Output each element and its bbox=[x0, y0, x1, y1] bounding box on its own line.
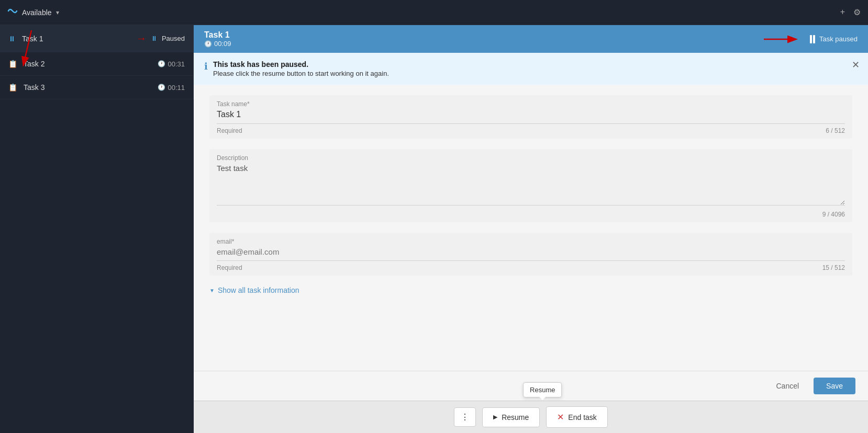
task-header-left: Task 1 🕐 00:09 bbox=[204, 30, 231, 48]
right-arrow-icon: → bbox=[136, 32, 147, 44]
alert-body: Please click the resume button to start … bbox=[213, 70, 858, 77]
alert-title: This task has been paused. bbox=[213, 60, 858, 69]
pause-bars bbox=[810, 35, 815, 43]
pause-bar-1 bbox=[810, 35, 812, 43]
pause-top-indicator bbox=[810, 35, 815, 43]
sidebar: ⏸ Task 1 → ⏸ Paused 📋 Task 2 🕐 00: bbox=[0, 25, 194, 99]
textarea-wrapper: Test task bbox=[217, 164, 845, 208]
task3-badge: 🕐 00:11 bbox=[158, 84, 185, 92]
email-input[interactable] bbox=[217, 247, 845, 261]
end-task-button[interactable]: ✕ End task bbox=[546, 406, 607, 428]
end-task-label: End task bbox=[568, 413, 596, 421]
content-area: Task 1 🕐 00:09 bbox=[194, 25, 868, 433]
app-logo bbox=[7, 6, 18, 19]
task1-status: Paused bbox=[162, 35, 185, 42]
task3-icon: 📋 bbox=[8, 83, 17, 92]
top-bar: Available ▾ + ⚙ bbox=[0, 0, 868, 25]
task3-time: 00:11 bbox=[168, 84, 185, 92]
alert-banner: ℹ This task has been paused. Please clic… bbox=[194, 53, 868, 85]
description-textarea[interactable]: Test task bbox=[217, 164, 845, 206]
task1-name: Task 1 bbox=[22, 35, 136, 43]
top-bar-actions: + ⚙ bbox=[840, 7, 861, 17]
email-count: 15 / 512 bbox=[822, 264, 845, 271]
sidebar-item-task2[interactable]: 📋 Task 2 🕐 00:31 bbox=[0, 52, 193, 76]
alert-close-button[interactable]: ✕ bbox=[852, 59, 860, 71]
task-name-required: Required bbox=[217, 127, 242, 134]
clock-icon-task3: 🕐 bbox=[158, 84, 165, 91]
description-field: Description Test task 9 / 4096 bbox=[209, 149, 852, 222]
pause-bars-icon: ⏸ bbox=[151, 35, 158, 42]
email-required: Required bbox=[217, 264, 242, 271]
pause-icon-task1: ⏸ bbox=[8, 35, 16, 43]
task-name-meta: Required 6 / 512 bbox=[217, 124, 845, 139]
task-name-field: Task name* Required 6 / 512 bbox=[209, 95, 852, 139]
task-name-input[interactable] bbox=[217, 110, 845, 124]
task2-name: Task 2 bbox=[24, 60, 158, 68]
task-name-count: 6 / 512 bbox=[826, 127, 845, 134]
email-meta: Required 15 / 512 bbox=[217, 261, 845, 276]
main-area: ⏸ Task 1 → ⏸ Paused 📋 Task 2 🕐 00: bbox=[0, 25, 868, 433]
task-name-label: Task name* bbox=[217, 100, 845, 108]
task2-badge: 🕐 00:31 bbox=[158, 60, 185, 68]
alert-text: This task has been paused. Please click … bbox=[213, 60, 858, 77]
form-area: Task name* Required 6 / 512 Description … bbox=[194, 85, 868, 371]
settings-icon[interactable]: ⚙ bbox=[853, 7, 861, 17]
alert-info-icon: ℹ bbox=[204, 61, 208, 72]
resume-tooltip: Resume bbox=[523, 382, 562, 397]
show-all-link[interactable]: ▼ Show all task information bbox=[209, 286, 852, 294]
task2-time: 00:31 bbox=[168, 60, 185, 68]
save-button[interactable]: Save bbox=[814, 378, 855, 394]
app-container: Available ▾ + ⚙ ⏸ Task 1 → ⏸ Paused bbox=[0, 0, 868, 433]
description-label: Description bbox=[217, 154, 845, 162]
task3-name: Task 3 bbox=[24, 83, 158, 92]
add-button[interactable]: + bbox=[840, 7, 845, 17]
show-all-label: Show all task information bbox=[218, 286, 299, 294]
task-bottom-bar: Resume ⋮ ▶ Resume ✕ End task bbox=[194, 401, 868, 433]
description-meta: 9 / 4096 bbox=[217, 208, 845, 222]
resume-button[interactable]: ▶ Resume bbox=[482, 407, 540, 427]
email-field: email* Required 15 / 512 bbox=[209, 233, 852, 276]
description-count: 9 / 4096 bbox=[822, 211, 845, 218]
task-header-right: Task paused bbox=[764, 33, 858, 45]
task2-icon: 📋 bbox=[8, 60, 17, 68]
resume-label: Resume bbox=[502, 413, 529, 421]
cancel-button[interactable]: Cancel bbox=[767, 378, 807, 394]
clock-icon-header: 🕐 bbox=[204, 40, 212, 48]
triangle-icon: ▼ bbox=[209, 288, 215, 293]
task-title: Task 1 bbox=[204, 30, 231, 40]
task-timer: 🕐 00:09 bbox=[204, 40, 231, 48]
sidebar-item-task3[interactable]: 📋 Task 3 🕐 00:11 bbox=[0, 76, 193, 99]
status-chevron[interactable]: ▾ bbox=[56, 9, 59, 16]
tooltip-text: Resume bbox=[530, 386, 555, 394]
more-options-button[interactable]: ⋮ bbox=[454, 407, 476, 427]
play-icon: ▶ bbox=[493, 414, 497, 420]
end-task-icon: ✕ bbox=[557, 412, 564, 422]
paused-badge: → ⏸ Paused bbox=[136, 32, 185, 44]
sidebar-wrapper: ⏸ Task 1 → ⏸ Paused 📋 Task 2 🕐 00: bbox=[0, 25, 194, 433]
email-label: email* bbox=[217, 238, 845, 245]
sidebar-item-task1[interactable]: ⏸ Task 1 → ⏸ Paused bbox=[0, 25, 193, 52]
clock-icon-task2: 🕐 bbox=[158, 60, 165, 67]
header-arrow-svg bbox=[764, 33, 806, 45]
more-icon: ⋮ bbox=[461, 413, 469, 421]
pause-bar-2 bbox=[813, 35, 815, 43]
task-paused-label: Task paused bbox=[819, 35, 858, 43]
task-header-info: Task 1 🕐 00:09 bbox=[204, 30, 231, 48]
task-header: Task 1 🕐 00:09 bbox=[194, 25, 868, 53]
status-label: Available bbox=[22, 8, 52, 17]
